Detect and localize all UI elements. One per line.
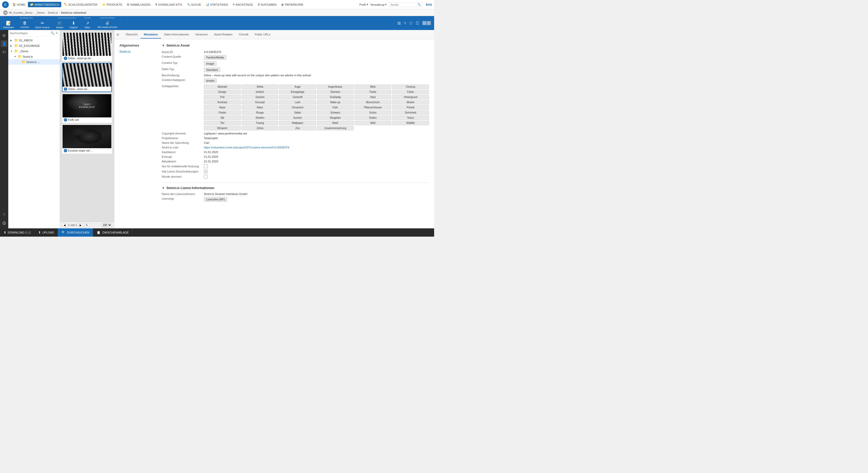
brix-logo: brix bbox=[426, 3, 432, 6]
tab-public-urls[interactable]: Public URLs bbox=[252, 31, 274, 38]
tag-cell: Zoo bbox=[279, 126, 316, 130]
lizenz-header[interactable]: ▼ Smint.io Lizenz-Informationen bbox=[162, 186, 429, 190]
tag-cell: Gestreift bbox=[279, 95, 316, 99]
breadcrumb-part-2[interactable]: Smint.io bbox=[48, 11, 58, 14]
nav-suche[interactable]: 🔍 SUCHE bbox=[185, 2, 204, 7]
nav-papierkorb[interactable]: 🗑 PAPIERKORB bbox=[279, 2, 305, 7]
nav-sammlungen[interactable]: ⊞ SAMMLUNGEN bbox=[125, 2, 152, 7]
search-box[interactable]: 🔍 bbox=[389, 2, 423, 7]
rail-icon-layers[interactable]: ⊞ bbox=[1, 32, 7, 39]
folder-item-inbox[interactable]: ▶ 📁 01_INBOX bbox=[8, 37, 60, 43]
copyright-value: Lightpoet / www.panthermedia.net bbox=[204, 132, 247, 135]
durchsuchen-btn[interactable]: 🔍 DURCHSUCHEN bbox=[58, 228, 93, 237]
file-item-fluffy-owl[interactable]: TESTDOWNLOAD S Fluffy owl bbox=[62, 94, 112, 123]
folder-item-demo[interactable]: ▼ 📁 _Demo bbox=[8, 48, 60, 54]
folder-icon-demo: 📁 bbox=[14, 49, 18, 53]
folder-item-smintcelum[interactable]: 📁 Smint.io ... bbox=[8, 59, 60, 65]
app-logo[interactable]: C bbox=[2, 1, 9, 8]
metadaten-label: Metadaten bbox=[3, 26, 14, 29]
nav-statistiken[interactable]: 📊 STATISTIKEN bbox=[204, 2, 230, 7]
view-tile-btn[interactable]: ☰ bbox=[414, 20, 420, 27]
file-item-zebra1[interactable]: S Zebra - close-up vie... bbox=[62, 32, 112, 61]
folder-item-exchange[interactable]: ▶ 📁 02_EXCHANGE bbox=[8, 43, 60, 48]
search-input[interactable] bbox=[391, 3, 416, 6]
tag-cell: Tier bbox=[204, 121, 241, 125]
nav-download-kits[interactable]: ⬇ DOWNLOAD KITS bbox=[153, 2, 184, 7]
alle-assets-label: Alle Assets drucken bbox=[97, 26, 118, 28]
smint-link[interactable]: Smint.io bbox=[119, 50, 130, 54]
alle-assets-btn[interactable]: 🖨 Alle Assets drucken bbox=[94, 19, 121, 30]
allgemeines-section: Allgemeines Smint.io bbox=[119, 43, 156, 203]
smint-asset-header[interactable]: ▼ Smint.io Asset bbox=[162, 43, 429, 47]
metadaten-btn[interactable]: 📝 Metadaten bbox=[0, 19, 17, 30]
lizenzname-label: Name des Lizenznehmers: bbox=[162, 193, 202, 196]
view-detail-btn[interactable]: ⊡ bbox=[408, 20, 413, 26]
detail-close-btn[interactable]: ✕ bbox=[116, 32, 121, 38]
view-list-btn[interactable]: ≡ bbox=[403, 20, 407, 26]
nav-home[interactable]: 🏠 HOME bbox=[10, 2, 27, 7]
nav-arbeitsbereich[interactable]: 📁 ARBEITSBEREICH bbox=[28, 2, 61, 7]
tab-metadaten[interactable]: Metadaten bbox=[141, 31, 161, 38]
per-page-select[interactable]: 100 bbox=[101, 223, 112, 227]
zwischenablage-btn[interactable]: 📋 ZWISCHENABLAGE bbox=[93, 228, 132, 237]
folder-toggle-demo[interactable]: ▼ bbox=[10, 50, 13, 53]
toolbar-teilen-section: TEILEN ↗ Teilen bbox=[81, 16, 94, 30]
view-grid-btn[interactable]: ⊞ bbox=[396, 20, 402, 27]
sidebar-refresh-icon[interactable]: ↻ bbox=[56, 31, 58, 35]
basket-btn[interactable]: 🛒 Basket bbox=[53, 19, 67, 30]
refresh-btn[interactable]: ↻ bbox=[84, 223, 89, 227]
nav-backstage[interactable]: ✈ BACKSTAGE bbox=[230, 2, 255, 7]
sammlung-value: Cart bbox=[204, 141, 209, 144]
toolbar-bearbeiten-label: BEARBEITEN bbox=[0, 16, 53, 19]
prev-page-btn[interactable]: ◀ bbox=[62, 223, 67, 227]
sidebar-search-input[interactable] bbox=[10, 32, 50, 35]
smintio-link-value[interactable]: https://celumtest.smint.io/project/437/c… bbox=[204, 146, 289, 149]
profile-btn[interactable]: Profil ▾ bbox=[360, 3, 368, 6]
rail-icon-user[interactable]: 👤 bbox=[1, 40, 7, 47]
erzeugt-label: Erzeugt: bbox=[162, 155, 202, 158]
sidebar-search-icon[interactable]: 🔍 bbox=[51, 31, 55, 35]
nav-produkte[interactable]: ⭐ PRODUKTE bbox=[100, 2, 124, 7]
file-item-zebra2[interactable]: S Zebra - close-vie... bbox=[62, 63, 112, 92]
breadcrumb-part-0[interactable]: 06_Kunden_Demo bbox=[9, 11, 33, 14]
view-split-btn[interactable]: ⬜⬜ bbox=[421, 20, 432, 26]
content-quelle-label: Content-Quelle: bbox=[162, 55, 202, 58]
next-page-btn[interactable]: ▶ bbox=[78, 223, 83, 227]
rail-icon-tag[interactable]: 🏷 bbox=[1, 49, 7, 55]
content-kategorie-label: Content-Kategorie: bbox=[162, 78, 202, 82]
batch-rename-btn[interactable]: ✏ Batch rename bbox=[32, 19, 53, 30]
nav-schlusselworter[interactable]: ✏️ SCHLÜSSELWÖRTER bbox=[62, 2, 99, 7]
tab-versionen[interactable]: Versionen bbox=[192, 31, 211, 38]
breadcrumb: AO 06_Kunden_Demo › _Demo › Smint.io › S… bbox=[0, 9, 434, 16]
teilen-btn[interactable]: ↗ Teilen bbox=[81, 19, 94, 30]
original-btn[interactable]: ⬇ Original bbox=[66, 19, 81, 30]
smint-asset-section: ▼ Smint.io Asset Asset-ID: 4:0:25835376 … bbox=[162, 43, 429, 203]
metadaten-icon: 📝 bbox=[6, 21, 11, 26]
folder-toggle-inbox[interactable]: ▶ bbox=[10, 39, 13, 42]
file-badge-zebra2: S bbox=[64, 87, 67, 91]
verwaltung-btn[interactable]: Verwaltung ▾ bbox=[370, 3, 386, 6]
rail-icon-power[interactable]: ⏻ bbox=[1, 219, 7, 226]
teilen-label: Teilen bbox=[84, 26, 90, 29]
folder-toggle-exchange[interactable]: ▶ bbox=[10, 45, 13, 47]
download-btn[interactable]: ⬇ DOWNLOAD 1 | 1 bbox=[0, 228, 35, 237]
teilen-icon: ↗ bbox=[86, 21, 89, 26]
tag-cell: Farbe bbox=[354, 90, 392, 94]
sammlungen-icon: ⊞ bbox=[127, 3, 129, 6]
download-kits-icon: ⬇ bbox=[155, 3, 157, 6]
file-thumb-eurasian-owl bbox=[63, 125, 112, 148]
breadcrumb-part-3[interactable]: Smint.io celumtest bbox=[61, 11, 86, 14]
file-item-eurasian-owl[interactable]: S Eurasian eagle owl ... bbox=[62, 124, 112, 154]
tab-chronik[interactable]: Chronik bbox=[236, 31, 252, 38]
folder-item-smintio[interactable]: ▼ 📁 Smint.io bbox=[8, 54, 60, 59]
breadcrumb-part-1[interactable]: _Demo bbox=[35, 11, 44, 14]
loschen-btn[interactable]: 🗑 Löschen bbox=[17, 19, 32, 30]
tab-ubersicht[interactable]: Übersicht bbox=[123, 31, 141, 38]
tag-cell: Ornament bbox=[279, 105, 316, 110]
rail-icon-help[interactable]: ? bbox=[1, 211, 7, 218]
tab-datei-info[interactable]: Datei-Informationen bbox=[161, 31, 192, 38]
upload-btn[interactable]: ⬆ UPLOAD bbox=[35, 228, 58, 237]
tab-asset-relation[interactable]: Asset-Relation bbox=[211, 31, 236, 38]
folder-toggle-smintio[interactable]: ▼ bbox=[14, 55, 17, 58]
nav-aufgaben[interactable]: ☰ AUFGABEN bbox=[255, 2, 279, 7]
